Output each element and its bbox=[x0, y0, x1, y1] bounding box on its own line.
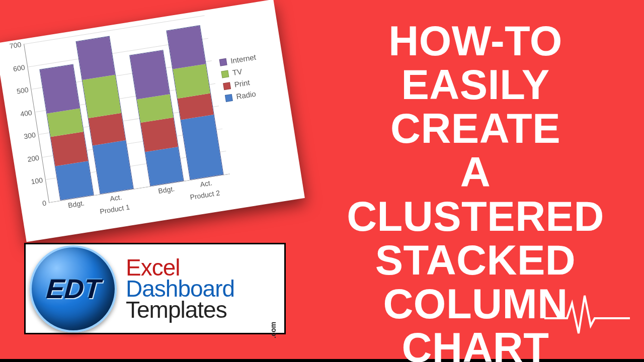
logo-dotcom: .com bbox=[269, 322, 277, 338]
logo-line3: Templates bbox=[126, 299, 234, 320]
title-line: CHART bbox=[402, 324, 549, 362]
bar-segment-print bbox=[88, 113, 125, 145]
chart-legend: InternetTVPrintRadio bbox=[218, 46, 284, 106]
bar-segment-print bbox=[50, 132, 88, 166]
y-tick: 700 bbox=[9, 40, 22, 50]
y-tick: 500 bbox=[16, 85, 29, 95]
title-line: STACKED bbox=[375, 237, 576, 284]
bar-segment-radio bbox=[93, 140, 133, 194]
legend-label: Print bbox=[234, 78, 251, 89]
title-line: COLUMN bbox=[383, 281, 568, 327]
bar-segment-internet bbox=[130, 50, 170, 99]
bar-segment-radio bbox=[181, 115, 223, 179]
logo-medallion: EDT bbox=[30, 245, 117, 332]
bar-segment-internet bbox=[167, 26, 206, 69]
bar-segment-internet bbox=[40, 64, 79, 113]
bar-segment-tv bbox=[82, 75, 121, 118]
bar-segment-print bbox=[141, 118, 178, 152]
legend-label: TV bbox=[232, 67, 243, 77]
y-tick: 0 bbox=[42, 199, 47, 207]
y-tick: 600 bbox=[13, 63, 26, 72]
y-tick: 200 bbox=[27, 153, 40, 163]
bar-segment-radio bbox=[55, 161, 94, 200]
bar-segment-internet bbox=[76, 37, 115, 80]
heartbeat-icon bbox=[544, 291, 630, 336]
legend-swatch bbox=[219, 58, 227, 66]
legend-swatch bbox=[223, 82, 231, 90]
legend-swatch bbox=[225, 94, 233, 102]
logo-line1: Excel bbox=[126, 257, 234, 278]
title-line: A CLUSTERED bbox=[347, 149, 604, 239]
logo-line2: Dashboard bbox=[126, 278, 234, 299]
bar-segment-tv bbox=[173, 64, 210, 98]
legend-label: Radio bbox=[235, 89, 256, 101]
logo-initials: EDT bbox=[45, 273, 101, 304]
legend-label: Internet bbox=[230, 53, 257, 65]
logo-text: Excel Dashboard Templates bbox=[126, 257, 234, 321]
y-tick: 400 bbox=[20, 108, 33, 118]
title-line: EASILY CREATE bbox=[390, 61, 560, 152]
logo-card: EDT Excel Dashboard Templates .com bbox=[24, 243, 286, 334]
title-line: HOW-TO bbox=[388, 18, 562, 64]
bar-segment-radio bbox=[145, 147, 184, 186]
y-tick: 300 bbox=[23, 131, 36, 140]
y-tick: 100 bbox=[31, 176, 44, 186]
legend-swatch bbox=[221, 70, 229, 78]
